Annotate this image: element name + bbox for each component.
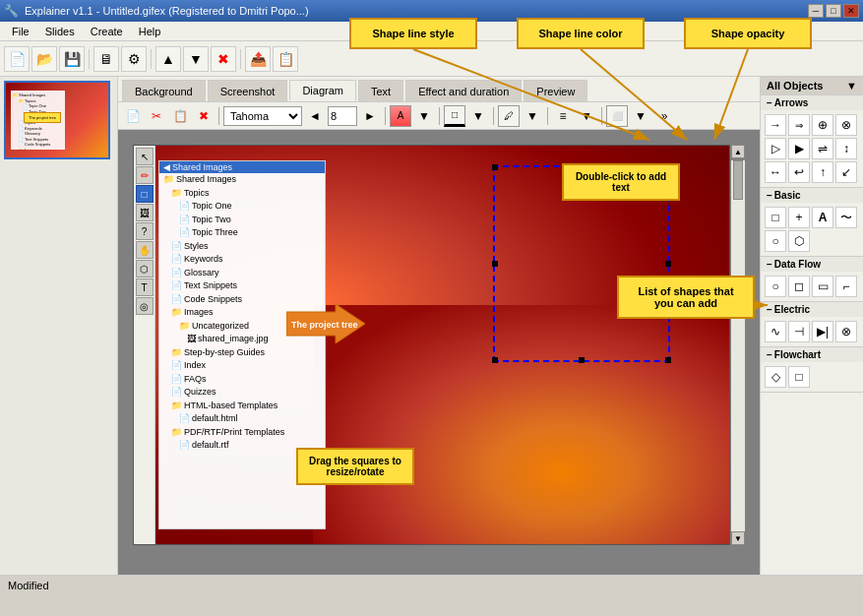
tool-extra1[interactable]: ◎ — [136, 297, 154, 315]
scroll-up-btn[interactable]: ▲ — [731, 145, 745, 158]
scroll-thumb-v[interactable] — [733, 160, 743, 200]
tool-pan[interactable]: ✋ — [136, 241, 154, 259]
tab-text[interactable]: Text — [358, 80, 403, 101]
handle-tl[interactable] — [492, 164, 498, 170]
shapes-dataflow-header[interactable]: −Data Flow — [761, 257, 863, 272]
menu-slides[interactable]: Slides — [37, 24, 83, 39]
tool-image[interactable]: 🖼 — [136, 204, 154, 221]
shape-cross[interactable]: + — [788, 207, 810, 228]
shape-squiggle[interactable]: 〜 — [835, 207, 857, 228]
diag-delete-btn[interactable]: ✖ — [193, 105, 215, 127]
menu-help[interactable]: Help — [131, 24, 169, 39]
shapes-flowchart-header[interactable]: −Flowchart — [761, 347, 863, 362]
tree-item[interactable]: 📄default.html — [159, 412, 325, 426]
tab-diagram[interactable]: Diagram — [289, 80, 356, 101]
tree-item[interactable]: 📄Topic One — [159, 200, 325, 214]
minimize-button[interactable]: ─ — [808, 4, 824, 18]
delete-button[interactable]: ✖ — [211, 46, 236, 72]
diag-cut-btn[interactable]: ✂ — [146, 105, 167, 127]
shape-df-2[interactable]: ◻ — [788, 276, 810, 297]
tree-item[interactable]: 📁PDF/RTF/Print Templates — [159, 426, 325, 440]
tree-item[interactable]: 📁HTML-based Templates — [159, 400, 325, 413]
export-button[interactable]: 📤 — [245, 46, 271, 72]
diag-line-style-drop[interactable]: ▼ — [576, 105, 597, 127]
tree-item[interactable]: 📁Shared Images — [159, 173, 325, 187]
shape-fc-2[interactable]: □ — [788, 366, 810, 388]
shape-x-arrow[interactable]: ⊗ — [835, 114, 857, 136]
handle-bm[interactable] — [579, 357, 585, 363]
shape-arrow-return[interactable]: ↩ — [788, 161, 810, 183]
shape-arrow-ud[interactable]: ↕ — [835, 138, 857, 159]
shape-triangle-right-solid[interactable]: ▶ — [788, 138, 810, 159]
diag-more-btn[interactable]: » — [653, 105, 675, 127]
shape-arrow-right2[interactable]: ⇒ — [788, 114, 810, 136]
shape-circle[interactable]: ○ — [765, 230, 786, 252]
shape-double-arrow[interactable]: ⇌ — [812, 138, 833, 159]
shapes-arrows-header[interactable]: −Arrows — [761, 95, 863, 110]
shapes-electric-header[interactable]: −Electric — [761, 302, 863, 317]
diag-font-down[interactable]: ◄ — [304, 105, 326, 127]
settings-button[interactable]: ⚙ — [121, 46, 147, 72]
preview-button[interactable]: 🖥 — [93, 46, 119, 72]
tool-select[interactable]: ↖ — [136, 148, 154, 165]
shape-el-3[interactable]: ▶| — [812, 321, 833, 342]
diag-line-drop[interactable]: ▼ — [467, 105, 489, 127]
menu-create[interactable]: Create — [83, 24, 131, 39]
opacity-btn[interactable]: ⬜ — [606, 105, 628, 127]
shape-el-1[interactable]: ∿ — [765, 321, 786, 342]
slide-thumbnail-1[interactable]: 📁 Shared Images 📁 Topics 📄 Topic One 📄 T… — [4, 81, 110, 159]
close-button[interactable]: ✕ — [843, 4, 859, 18]
tool-zoom[interactable]: ? — [136, 222, 154, 240]
right-panel-options[interactable]: ▼ — [846, 80, 857, 92]
shape-arrow-lr[interactable]: ↔ — [765, 161, 786, 183]
stroke-color-btn[interactable]: 🖊 — [498, 105, 520, 127]
handle-ml[interactable] — [492, 261, 498, 267]
vertical-scrollbar[interactable]: ▲ ▼ — [731, 145, 745, 545]
tree-item[interactable]: 📄Topic Two — [159, 214, 325, 227]
shape-hex[interactable]: ⬡ — [788, 230, 810, 252]
tab-screenshot[interactable]: Screenshot — [208, 80, 288, 101]
shape-df-3[interactable]: ▭ — [812, 276, 833, 297]
tree-item[interactable]: 📄Styles — [159, 240, 325, 254]
diag-stroke-drop[interactable]: ▼ — [522, 105, 543, 127]
save-button[interactable]: 💾 — [59, 46, 85, 72]
shape-el-4[interactable]: ⊗ — [835, 321, 857, 342]
shape-df-1[interactable]: ○ — [765, 276, 786, 297]
tab-preview[interactable]: Preview — [524, 80, 587, 101]
diag-line-style-btn[interactable]: ≡ — [552, 105, 574, 127]
font-family-select[interactable]: Tahoma — [223, 106, 302, 126]
scroll-down-btn[interactable]: ▼ — [731, 531, 745, 545]
menu-file[interactable]: File — [4, 24, 37, 39]
shape-el-2[interactable]: ⊣ — [788, 321, 810, 342]
new-button[interactable]: 📄 — [4, 46, 30, 72]
tab-effect[interactable]: Effect and duration — [405, 80, 522, 101]
line-color-btn[interactable]: □ — [444, 105, 465, 127]
tree-item[interactable]: 📄Keywords — [159, 253, 325, 267]
tool-edit[interactable]: ✏ — [136, 166, 154, 184]
shape-fc-1[interactable]: ◇ — [765, 366, 786, 388]
fill-color-btn[interactable]: A — [390, 105, 411, 127]
tree-item[interactable]: 📁Topics — [159, 187, 325, 201]
tree-item[interactable]: 📄FAQs — [159, 373, 325, 387]
tree-item[interactable]: 📄Glossary — [159, 267, 325, 280]
shape-arrow-dl[interactable]: ↙ — [835, 161, 857, 183]
handle-bl[interactable] — [492, 357, 498, 363]
shape-triangle-right[interactable]: ▷ — [765, 138, 786, 159]
shape-cross-arrow[interactable]: ⊕ — [812, 114, 833, 136]
diag-copy-btn[interactable]: 📋 — [169, 105, 191, 127]
move-up-button[interactable]: ▲ — [155, 46, 181, 72]
shape-text[interactable]: A — [812, 207, 833, 228]
shape-rect[interactable]: □ — [765, 207, 786, 228]
diag-new-btn[interactable]: 📄 — [122, 105, 144, 127]
tool-shape[interactable]: □ — [136, 185, 154, 203]
canvas-area[interactable]: ↖ ✏ □ 🖼 ? ✋ ⬡ T ◎ — [118, 130, 760, 575]
tool-line[interactable]: ⬡ — [136, 260, 154, 277]
shape-arrow-right[interactable]: → — [765, 114, 786, 136]
open-button[interactable]: 📂 — [31, 46, 57, 72]
shape-arrow-up[interactable]: ↑ — [812, 161, 833, 183]
shapes-basic-header[interactable]: −Basic — [761, 188, 863, 203]
tree-item[interactable]: 📁Step-by-step Guides — [159, 346, 325, 360]
pdf-button[interactable]: 📋 — [273, 46, 298, 72]
shape-df-4[interactable]: ⌐ — [835, 276, 857, 297]
tool-text[interactable]: T — [136, 278, 154, 296]
